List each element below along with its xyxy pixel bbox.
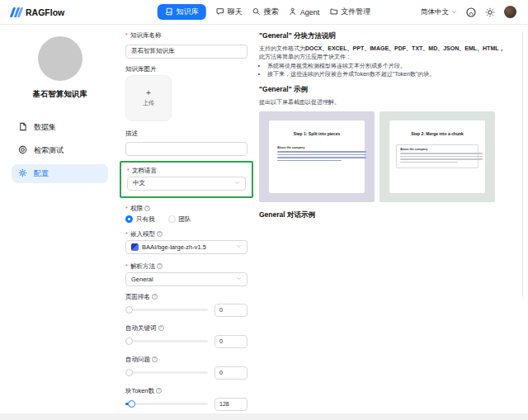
method-bullets: 系统将使用视觉检测模型将连续文本分割成多个片段。 接下来，这些连续的片段被合并成… [267,62,523,78]
example-step-title: Step 2: Merge into a chunk [389,131,485,136]
text-line [400,158,483,159]
permission-label: 权限 [125,205,248,212]
slider-handle[interactable] [128,400,135,408]
navbar-right: 简体中文 [421,6,516,18]
text-line [400,162,458,163]
kb-name-label: 知识库名称 [125,31,248,39]
field-kb-image: 知识库图片 + 上传 [125,65,248,121]
info-icon [157,231,163,237]
kb-image-label: 知识库图片 [125,65,248,73]
chunk-token-input[interactable] [214,398,248,411]
slider-handle[interactable] [125,337,133,345]
nav-item-chat[interactable]: 聊天 [216,7,243,17]
auto-questions-slider[interactable] [125,371,208,374]
field-parse-method: 解析方法 General [125,262,248,286]
radio-only-me[interactable]: 只有我 [125,215,155,224]
example-image-merge: Step 2: Merge into a chunk About the com… [380,111,495,202]
slider-handle[interactable] [125,306,133,314]
info-icon [158,325,164,331]
page-rank-label: 页面排名 [125,293,248,300]
auto-questions-input[interactable] [214,366,248,380]
permission-radio-group: 只有我 团队 [125,215,248,224]
kb-avatar [38,36,82,81]
target-icon [18,145,27,156]
doc-language-label: 文档语言 [127,167,246,174]
text-line [400,153,483,153]
field-chunk-token: 块Token数 [125,387,248,411]
dialog-example-title: General 对话示例 [259,210,523,220]
theme-sun-icon[interactable] [485,7,495,17]
baai-logo-icon [131,243,139,251]
gear-icon [18,168,27,179]
chevron-down-icon [234,180,240,187]
folder-icon [329,7,337,17]
panel-divider [522,31,523,297]
text-line [277,151,366,152]
info-icon [152,294,158,300]
nav-item-file-management[interactable]: 文件管理 [329,7,370,17]
agent-icon [289,7,297,17]
chevron-down-icon [236,276,242,283]
kb-name: 基石智算知识库 [0,89,120,100]
example-step-title: Step 1: Split into pieces [269,131,365,136]
knowledge-base-icon [165,7,173,17]
page-rank-slider[interactable] [125,309,208,311]
info-icon [156,388,162,394]
field-auto-keywords: 自动关键词 [125,324,248,348]
chat-icon [216,7,224,17]
nav-item-agent[interactable]: Agent [289,7,320,17]
auto-questions-label: 自动问题 [125,356,248,363]
embedding-model-select[interactable]: BAAI/bge-large-zh-v1.5 [125,240,248,254]
ragflow-logo-icon [12,7,21,17]
brand-name: RAGFlow [26,7,64,17]
auto-keywords-input[interactable] [214,335,248,348]
github-icon[interactable] [466,7,476,17]
text-line [400,156,483,157]
info-icon [157,263,163,269]
chevron-down-icon [451,8,457,17]
chunk-token-slider[interactable] [125,403,208,405]
search-icon [252,7,261,17]
chunk-box: About the company [396,144,478,168]
description-input[interactable] [125,142,248,156]
doc-language-select[interactable]: 中文 [127,177,246,191]
bullet-item: 系统将使用视觉检测模型将连续文本分割成多个片段。 [267,62,523,70]
user-avatar[interactable] [504,6,516,18]
info-icon [152,356,158,362]
app-window: RAGFlow 知识库 聊天 搜索 Agent 文件管理 [0,0,528,420]
radio-team[interactable]: 团队 [168,215,191,224]
kb-name-input[interactable] [125,45,248,59]
example-title: "General" 示例 [259,85,523,95]
sidebar-item-dataset[interactable]: 数据集 [12,118,108,137]
upload-label: 上传 [143,99,154,107]
plus-icon: + [146,89,151,97]
example-image-split: Step 1: Split into pieces About the comp… [259,111,375,202]
parse-method-select[interactable]: General [125,272,248,286]
field-page-rank: 页面排名 [125,293,248,317]
supported-formats-text: 支持的文件格式为DOCX、EXCEL、PPT、IMAGE、PDF、TXT、MD、… [259,45,523,53]
kb-sidebar: 基石智算知识库 数据集 检索测试 配置 [0,25,120,420]
sidebar-item-retrieval-test[interactable]: 检索测试 [12,141,108,160]
method-line2: 此方法将简单的方法应用于块文件： [259,53,523,61]
auto-keywords-slider[interactable] [125,340,208,342]
auto-keywords-label: 自动关键词 [125,324,248,332]
field-kb-name: 知识库名称 [125,31,248,59]
text-line [277,160,342,161]
nav-item-search[interactable]: 搜索 [252,7,279,17]
slider-handle[interactable] [125,369,133,376]
dataset-icon [18,122,27,133]
top-navbar: RAGFlow 知识库 聊天 搜索 Agent 文件管理 [0,0,528,25]
language-selector[interactable]: 简体中文 [421,7,457,17]
method-help-panel: "General" 分块方法说明 支持的文件格式为DOCX、EXCEL、PPT、… [259,31,523,224]
bullet-item: 接下来，这些连续的片段被合并成Token数不超过"Token数"的块。 [267,70,523,78]
nav-item-knowledge-base[interactable]: 知识库 [158,4,206,20]
image-upload-button[interactable]: + 上传 [125,75,172,121]
page-rank-input[interactable] [214,304,248,317]
highlight-annotation-box: 文档语言 中文 [120,161,253,198]
chunk-token-label: 块Token数 [125,387,248,394]
chevron-down-icon [236,243,242,251]
sidebar-item-configuration[interactable]: 配置 [12,164,108,183]
field-permission: 权限 只有我 团队 [125,205,248,224]
info-icon [144,205,150,211]
field-description: 描述 [125,130,248,156]
